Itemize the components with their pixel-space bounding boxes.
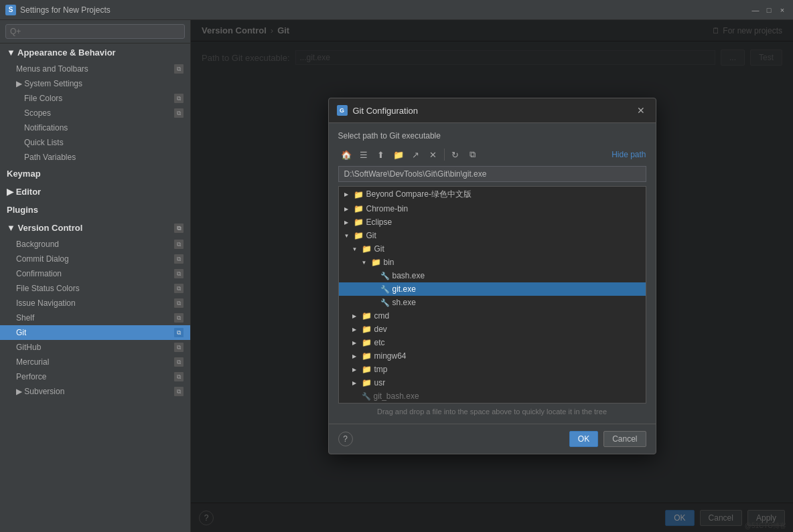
maximize-btn[interactable]: □ [764, 5, 774, 15]
view-list-button[interactable]: ☰ [356, 147, 372, 162]
tree-item[interactable]: ▼ 📁 bin [339, 256, 646, 269]
tree-arrow: ▶ [352, 313, 359, 319]
delete-button[interactable]: ✕ [425, 147, 441, 162]
path-input[interactable] [338, 166, 646, 182]
dialog-footer: ? OK Cancel [329, 424, 656, 454]
dialog-body: Select path to Git executable 🏠 ☰ ⬆ 📁 ↗ … [329, 123, 656, 424]
tree-item[interactable]: ▶ 📁 cmd [339, 309, 646, 323]
dialog-titlebar: G Git Configuration ✕ [329, 98, 656, 123]
sidebar-item-quick-lists[interactable]: Quick Lists [0, 135, 190, 150]
file-toolbar: 🏠 ☰ ⬆ 📁 ↗ ✕ ↻ ⧉ Hide path [338, 147, 646, 162]
tree-item-label: Beyond Compare-绿色中文版 [366, 189, 472, 200]
folder-icon: 📁 [362, 351, 372, 361]
sidebar-item-commit-dialog[interactable]: Commit Dialog ⧉ [0, 252, 190, 266]
file-icon: 🔧 [362, 392, 371, 401]
new-folder-button[interactable]: 📁 [390, 147, 407, 162]
file-icon: 🔧 [380, 285, 390, 294]
tree-arrow: ▶ [352, 367, 359, 373]
copy-icon-scopes: ⧉ [174, 108, 184, 118]
sidebar-item-confirmation[interactable]: Confirmation ⧉ [0, 266, 190, 281]
sidebar-item-system-settings[interactable]: ▶ System Settings [0, 76, 190, 91]
tree-item[interactable]: ▶ 📁 Beyond Compare-绿色中文版 [339, 187, 646, 202]
sidebar-item-file-status-colors[interactable]: File Status Colors ⧉ [0, 281, 190, 296]
minimize-btn[interactable]: — [750, 5, 761, 15]
tree-item[interactable]: ▶ 📁 Eclipse [339, 215, 646, 229]
tree-arrow: ▶ [344, 191, 351, 197]
sidebar-item-plugins[interactable]: Plugins [0, 201, 190, 219]
sidebar: ▼ Appearance & Behavior Menus and Toolba… [0, 20, 191, 532]
copy-icon-git: ⧉ [174, 328, 184, 337]
tree-arrow: ▶ [352, 380, 359, 386]
sidebar-item-menus-toolbars[interactable]: Menus and Toolbars ⧉ [0, 62, 190, 76]
sidebar-item-mercurial[interactable]: Mercurial ⧉ [0, 355, 190, 369]
copy-path-button[interactable]: ⧉ [465, 147, 481, 162]
file-icon: 🔧 [380, 298, 390, 307]
tree-arrow: ▼ [362, 260, 368, 266]
folder-icon: 📁 [362, 378, 372, 387]
copy-icon-issue: ⧉ [174, 298, 184, 308]
content-area: Version Control › Git 🗒For new projects … [191, 20, 793, 532]
search-input[interactable] [5, 24, 185, 39]
tree-arrow: ▶ [352, 327, 359, 333]
move-button[interactable]: ↗ [408, 147, 424, 162]
sidebar-item-path-variables[interactable]: Path Variables [0, 150, 190, 165]
home-button[interactable]: 🏠 [338, 147, 354, 162]
window-controls: — □ × [750, 5, 788, 15]
tree-item[interactable]: ▶ 📁 Chrome-bin [339, 202, 646, 215]
sidebar-item-issue-navigation[interactable]: Issue Navigation ⧉ [0, 296, 190, 311]
tree-item[interactable]: ▶ 📁 tmp [339, 363, 646, 376]
dialog-close-button[interactable]: ✕ [634, 104, 648, 117]
sidebar-item-editor[interactable]: ▶ Editor [0, 183, 190, 201]
tree-item[interactable]: 🔧 sh.exe [339, 296, 646, 309]
tree-item[interactable]: 🔧 git_bash.exe [339, 389, 646, 403]
tree-item-git-exe[interactable]: 🔧 git.exe [339, 282, 646, 296]
sidebar-item-shelf[interactable]: Shelf ⧉ [0, 311, 190, 325]
copy-icon-shelf: ⧉ [174, 313, 184, 323]
tree-item[interactable]: ▼ 📁 Git [339, 242, 646, 256]
tree-item-label: bin [384, 258, 394, 267]
window-title: Settings for New Projects [20, 5, 750, 15]
tree-item-label: usr [374, 378, 386, 387]
refresh-button[interactable]: ↻ [447, 147, 463, 162]
modal-overlay: G Git Configuration ✕ Select path to Git… [191, 20, 793, 532]
tree-item[interactable]: ▶ 📁 etc [339, 336, 646, 349]
tree-item-label: dev [374, 325, 387, 334]
sidebar-item-file-colors[interactable]: File Colors ⧉ [0, 91, 190, 106]
copy-icon-fsc: ⧉ [174, 284, 184, 293]
tree-item[interactable]: ▶ 📁 mingw64 [339, 349, 646, 363]
folder-up-button[interactable]: ⬆ [373, 147, 389, 162]
dialog-help-button[interactable]: ? [338, 432, 353, 446]
tree-item[interactable]: ▼ 📁 Git [339, 229, 646, 242]
file-tree[interactable]: ▶ 📁 Beyond Compare-绿色中文版 ▶ 📁 Chrome-bin [338, 186, 646, 404]
dialog-ok-button[interactable]: OK [569, 431, 598, 447]
tree-item-label: mingw64 [374, 351, 407, 361]
copy-icon-file-colors: ⧉ [174, 94, 184, 103]
git-configuration-dialog: G Git Configuration ✕ Select path to Git… [328, 98, 656, 454]
tree-item[interactable]: ▶ 📁 dev [339, 323, 646, 336]
sidebar-item-perforce[interactable]: Perforce ⧉ [0, 369, 190, 384]
tree-arrow: ▼ [344, 233, 351, 239]
dialog-cancel-button[interactable]: Cancel [603, 431, 646, 447]
tree-item[interactable]: 🔧 bash.exe [339, 269, 646, 282]
folder-icon: 📁 [354, 204, 364, 213]
file-icon: 🔧 [380, 272, 390, 280]
sidebar-item-subversion[interactable]: ▶ Subversion ⧉ [0, 384, 190, 399]
folder-icon: 📁 [354, 190, 364, 199]
folder-icon: 📁 [362, 365, 372, 374]
hide-path-button[interactable]: Hide path [611, 150, 646, 159]
close-btn[interactable]: × [777, 5, 788, 15]
copy-icon-confirmation: ⧉ [174, 269, 184, 278]
sidebar-item-git[interactable]: Git ⧉ [0, 325, 190, 340]
tree-item-label: bash.exe [392, 271, 425, 280]
main-container: ▼ Appearance & Behavior Menus and Toolba… [0, 20, 793, 532]
sidebar-item-scopes[interactable]: Scopes ⧉ [0, 106, 190, 120]
sidebar-item-background[interactable]: Background ⧉ [0, 237, 190, 252]
sidebar-item-notifications[interactable]: Notifications [0, 120, 190, 135]
sidebar-item-appearance-behavior[interactable]: ▼ Appearance & Behavior [0, 43, 190, 62]
sidebar-item-version-control[interactable]: ▼ Version Control ⧉ [0, 219, 190, 237]
copy-icon-mercurial: ⧉ [174, 357, 184, 367]
sidebar-item-keymap[interactable]: Keymap [0, 165, 190, 183]
tree-item[interactable]: ▶ 📁 usr [339, 376, 646, 389]
sidebar-item-github[interactable]: GitHub ⧉ [0, 340, 190, 355]
tree-item-label: Git [374, 244, 384, 254]
